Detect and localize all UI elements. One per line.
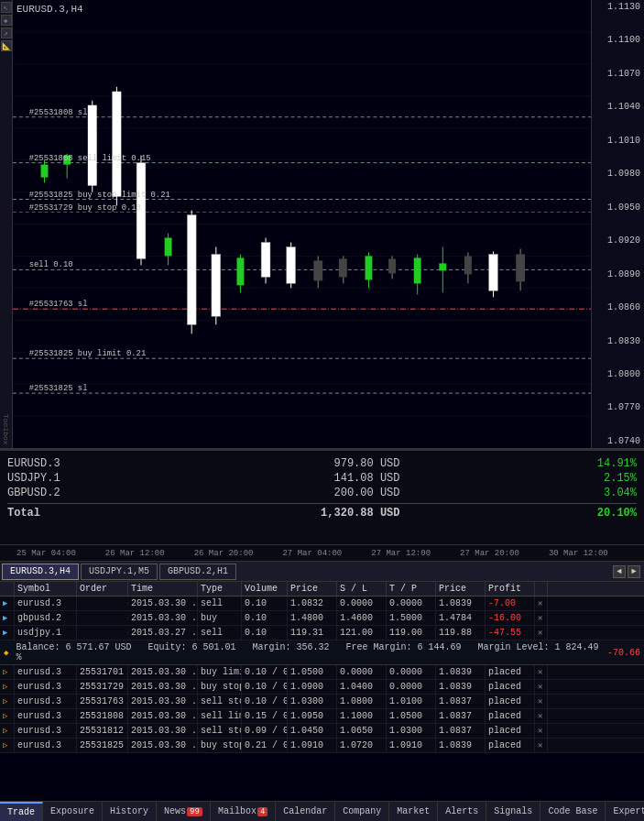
svg-text:#25531729 buy stop 0.10: #25531729 buy stop 0.10: [29, 203, 141, 212]
cancel-order-button[interactable]: ✕: [538, 668, 542, 677]
order-time: 2015.03.30 ...: [128, 724, 198, 738]
tab-market[interactable]: Market: [389, 802, 438, 821]
pending-order-row: ▷ eurusd.3 25531808 2015.03.30 ... sell …: [0, 709, 644, 724]
chart-tab-prev[interactable]: ◄: [613, 565, 626, 578]
trade-time: 2015.03.30 ...: [128, 597, 198, 610]
svg-rect-28: [112, 92, 121, 197]
order-current-price: 1.0837: [436, 709, 486, 723]
trade-price: 1.0832: [288, 597, 337, 610]
svg-rect-44: [313, 260, 322, 280]
summary-pct: 3.04%: [563, 487, 637, 499]
close-trade-button[interactable]: ✕: [538, 629, 542, 638]
summary-total-pct: 20.10%: [563, 507, 637, 520]
pending-icon: ▷: [3, 727, 7, 736]
close-trade-button[interactable]: ✕: [538, 614, 542, 623]
svg-rect-38: [237, 257, 245, 285]
svg-rect-32: [165, 237, 172, 256]
trade-type: sell: [198, 626, 242, 640]
order-price: 1.0300: [288, 695, 337, 708]
svg-rect-40: [261, 242, 270, 277]
summary-panel: EURUSD.3 979.80 USD 14.91% USDJPY.1 141.…: [0, 449, 644, 545]
tab-mailbox[interactable]: Mailbox4: [211, 802, 276, 821]
tab-news[interactable]: News99: [157, 802, 211, 821]
col-header-time[interactable]: Time: [128, 582, 198, 596]
chart-tab-eurusd[interactable]: EURUSD.3,H4: [2, 564, 79, 580]
tool-button[interactable]: ↗: [1, 27, 12, 38]
tab-history[interactable]: History: [103, 802, 157, 821]
order-current-price: 1.0837: [436, 724, 486, 738]
trade-sl: 121.00: [337, 626, 387, 640]
order-symbol: eurusd.3: [15, 665, 77, 679]
trade-symbol: usdjpy.1: [15, 626, 77, 640]
col-header-symbol[interactable]: Symbol: [15, 582, 77, 596]
tab-exposure[interactable]: Exposure: [43, 802, 103, 821]
svg-text:#25531825 buy stop limit 0.21: #25531825 buy stop limit 0.21: [29, 191, 170, 200]
tab-calendar[interactable]: Calendar: [276, 802, 335, 821]
trade-current-price: 1.4784: [436, 611, 486, 625]
trade-tp: 1.5000: [387, 611, 436, 625]
time-label: 25 Mar 04:00: [16, 549, 76, 558]
tab-expert[interactable]: Expert: [606, 802, 644, 821]
col-header-tp[interactable]: T / P: [387, 582, 436, 596]
svg-rect-54: [439, 263, 446, 270]
order-time: 2015.03.30 ...: [128, 695, 198, 708]
col-header-profit[interactable]: Profit: [486, 582, 535, 596]
order-tp: 1.0100: [387, 695, 436, 708]
trade-table: Symbol Order Time Type Volume Price S / …: [0, 582, 644, 753]
order-symbol: eurusd.3: [15, 724, 77, 738]
cancel-order-button[interactable]: ✕: [538, 727, 542, 736]
order-status: placed: [486, 680, 535, 694]
col-header-price[interactable]: Price: [288, 582, 337, 596]
balance-text: Balance: 6 571.67 USD Equity: 6 501.01 M…: [16, 642, 600, 662]
order-number: 25531763: [77, 695, 128, 708]
tool-button[interactable]: ↖: [1, 2, 12, 13]
order-tp: 0.0000: [387, 680, 436, 694]
col-header-order[interactable]: Order: [77, 582, 128, 596]
col-header-volume[interactable]: Volume: [242, 582, 288, 596]
cancel-order-button[interactable]: ✕: [538, 697, 542, 706]
order-type: buy stop: [198, 680, 242, 694]
order-tp: 1.0910: [387, 739, 436, 752]
time-label: 27 Mar 20:00: [460, 549, 519, 558]
chart-tab-gbpusd[interactable]: GBPUSD.2,H1: [159, 564, 236, 580]
order-type: sell limit: [198, 709, 242, 723]
trade-row: ▶ eurusd.3 2015.03.30 ... sell 0.10 1.08…: [0, 597, 644, 611]
svg-rect-48: [366, 256, 373, 279]
col-header-sl[interactable]: S / L: [337, 582, 387, 596]
col-header-price2[interactable]: Price: [436, 582, 486, 596]
tab-codebase[interactable]: Code Base: [540, 802, 606, 821]
tab-signals[interactable]: Signals: [486, 802, 540, 821]
summary-symbol: GBPUSD.2: [7, 487, 117, 499]
tool-button[interactable]: 📐: [1, 40, 12, 51]
trade-profit: -16.00: [486, 611, 535, 625]
order-current-price: 1.0839: [436, 680, 486, 694]
svg-text:#25531763 sl: #25531763 sl: [29, 300, 88, 309]
trade-row: ▶ gbpusd.2 2015.03.30 ... buy 0.10 1.480…: [0, 611, 644, 626]
order-price: 1.0910: [288, 739, 337, 752]
trade-volume: 0.10: [242, 626, 288, 640]
order-sl: 1.0720: [337, 739, 387, 752]
svg-rect-22: [41, 165, 49, 178]
cancel-order-button[interactable]: ✕: [538, 741, 542, 750]
tab-company[interactable]: Company: [335, 802, 389, 821]
svg-rect-60: [516, 254, 525, 281]
chart-tab-usdjpy[interactable]: USDJPY.1,M5: [81, 564, 158, 580]
summary-row-eurusd: EURUSD.3 979.80 USD 14.91%: [7, 456, 637, 471]
trade-volume: 0.10: [242, 597, 288, 610]
chart-tab-next[interactable]: ►: [628, 565, 640, 578]
trade-tp: 0.0000: [387, 597, 436, 610]
tool-button[interactable]: ✚: [1, 15, 12, 26]
close-trade-button[interactable]: ✕: [538, 599, 542, 608]
candlestick-chart: #25531808 sl #25531808 sell limit 0.15 #…: [13, 0, 591, 448]
order-volume: 0.21 / 0.00: [242, 739, 288, 752]
col-header-type[interactable]: Type: [198, 582, 242, 596]
order-tp: 1.0300: [387, 724, 436, 738]
order-price: 1.0450: [288, 724, 337, 738]
svg-text:#25531825 buy limit 0.21: #25531825 buy limit 0.21: [29, 349, 147, 358]
tab-trade[interactable]: Trade: [0, 802, 43, 821]
cancel-order-button[interactable]: ✕: [538, 712, 542, 721]
cancel-order-button[interactable]: ✕: [538, 683, 542, 692]
svg-rect-50: [388, 258, 396, 273]
svg-text:#25531808 sl: #25531808 sl: [29, 108, 88, 117]
tab-alerts[interactable]: Alerts: [438, 802, 486, 821]
